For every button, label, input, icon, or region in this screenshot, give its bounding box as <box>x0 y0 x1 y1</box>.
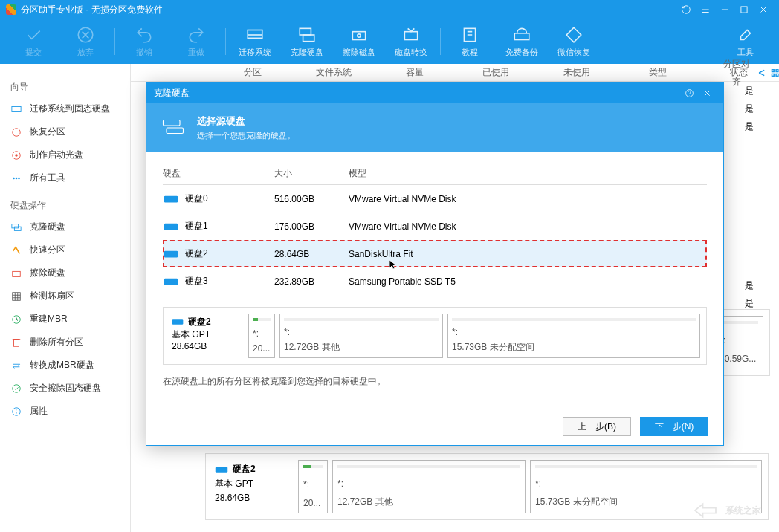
maximize-icon[interactable] <box>734 0 754 19</box>
sidebar-item-recover-partition[interactable]: 恢复分区 <box>0 120 130 143</box>
svg-rect-2 <box>248 30 262 39</box>
close-icon[interactable] <box>754 0 773 19</box>
sidebar-group-wizard: 向导 <box>0 77 130 97</box>
commit-button[interactable]: 提交 <box>7 21 59 62</box>
svg-rect-22 <box>14 339 19 346</box>
dialog-titlebar: 克隆硬盘 <box>146 82 723 103</box>
next-button[interactable]: 下一步(N) <box>640 417 708 436</box>
dialog-title: 克隆硬盘 <box>154 87 680 100</box>
clone-disk-dialog: 克隆硬盘 选择源硬盘 选择一个您想克隆的硬盘。 硬盘大小模型 硬盘0 516.0… <box>146 82 724 446</box>
table-header: 硬盘大小模型 <box>163 163 707 185</box>
sidebar-item-bad-sector[interactable]: 检测坏扇区 <box>0 285 130 308</box>
sidebar: 向导 迁移系统到固态硬盘 恢复分区 制作启动光盘 所有工具 硬盘操作 克隆硬盘 … <box>0 64 131 532</box>
tutorial-button[interactable]: 教程 <box>444 21 496 62</box>
cursor-icon <box>388 259 400 273</box>
backup-button[interactable]: 免费备份 <box>496 21 548 62</box>
svg-rect-27 <box>772 74 774 76</box>
discard-button[interactable]: 放弃 <box>59 21 111 62</box>
svg-rect-35 <box>164 250 178 257</box>
svg-rect-37 <box>172 319 184 325</box>
svg-rect-28 <box>776 74 778 76</box>
table-row[interactable]: 硬盘0 516.00GBVMware Virtual NVMe Disk <box>163 185 707 213</box>
svg-rect-9 <box>514 33 529 40</box>
svg-rect-0 <box>741 7 747 13</box>
wipe-disk-button[interactable]: 擦除磁盘 <box>333 21 385 62</box>
align-value: 是 <box>720 117 779 135</box>
refresh-icon[interactable] <box>676 0 696 19</box>
sidebar-item-rebuild-mbr[interactable]: 重建MBR <box>0 308 130 331</box>
svg-rect-3 <box>300 28 311 35</box>
svg-rect-4 <box>303 35 314 42</box>
app-title: 分区助手专业版 - 无损分区免费软件 <box>21 4 676 16</box>
disk-layout[interactable]: 硬盘2 基本 GPT28.64GB *:20... *:12.72GB 其他 *… <box>205 453 769 520</box>
svg-rect-18 <box>14 227 21 230</box>
disk-info: 硬盘2 基本 GPT28.64GB <box>212 460 294 513</box>
dialog-header: 选择源硬盘 选择一个您想克隆的硬盘。 <box>146 103 723 152</box>
svg-rect-10 <box>12 106 21 111</box>
svg-point-16 <box>18 177 20 179</box>
help-icon[interactable] <box>680 84 698 102</box>
app-logo-icon <box>6 4 16 15</box>
svg-rect-7 <box>404 32 417 40</box>
svg-point-14 <box>13 177 15 179</box>
migrate-os-button[interactable]: 迁移系统 <box>229 21 281 62</box>
clone-disk-button[interactable]: 克隆硬盘 <box>281 21 333 62</box>
sidebar-item-convert-mbr[interactable]: 转换成MBR硬盘 <box>0 354 130 377</box>
table-row-selected[interactable]: 硬盘2 28.64GBSanDiskUltra Fit <box>163 240 707 267</box>
svg-rect-25 <box>772 69 774 71</box>
svg-point-23 <box>13 384 21 392</box>
redo-button[interactable]: 重做 <box>170 21 222 62</box>
menu-icon[interactable] <box>696 0 715 19</box>
wechat-recover-button[interactable]: 微信恢复 <box>548 21 600 62</box>
svg-rect-34 <box>164 223 178 230</box>
svg-rect-29 <box>216 467 228 473</box>
svg-rect-31 <box>164 120 181 126</box>
column-headers: 分区文件系统容量 已使用未使用类型状态 <box>131 64 779 82</box>
undo-button[interactable]: 撤销 <box>118 21 170 62</box>
disk-stack-icon <box>160 114 187 141</box>
toolbar: 提交 放弃 撤销 重做 迁移系统 克隆硬盘 擦除磁盘 磁盘转换 教程 免费备份 … <box>0 19 779 64</box>
svg-point-15 <box>16 177 18 179</box>
align-header[interactable]: 分区对齐 <box>720 64 779 82</box>
svg-rect-20 <box>13 292 21 300</box>
sidebar-item-clone-disk[interactable]: 克隆硬盘 <box>0 215 130 239</box>
table-row[interactable]: 硬盘1 176.00GBVMware Virtual NVMe Disk <box>163 213 707 240</box>
sidebar-group-disk-ops: 硬盘操作 <box>0 195 130 215</box>
table-row[interactable]: 硬盘3 232.89GBSamsung Portable SSD T5 <box>163 267 707 295</box>
svg-point-11 <box>13 128 21 136</box>
minimize-icon[interactable] <box>715 0 734 19</box>
align-value: 是 <box>720 276 779 294</box>
sidebar-item-all-tools[interactable]: 所有工具 <box>0 166 130 189</box>
svg-rect-5 <box>352 32 365 40</box>
disk-preview: 硬盘2 基本 GPT28.64GB *:20... *:12.72GB 其他 *… <box>163 307 707 365</box>
prev-button[interactable]: 上一步(B) <box>563 417 631 436</box>
align-value: 是 <box>720 100 779 117</box>
dialog-close-icon[interactable] <box>698 84 716 102</box>
svg-point-6 <box>358 34 361 37</box>
svg-rect-19 <box>13 271 21 276</box>
titlebar: 分区助手专业版 - 无损分区免费软件 <box>0 0 779 19</box>
sidebar-item-properties[interactable]: 属性 <box>0 400 130 423</box>
dialog-step-title: 选择源硬盘 <box>197 114 295 128</box>
watermark: 系统之家 <box>690 495 761 526</box>
disk-table: 硬盘大小模型 硬盘0 516.00GBVMware Virtual NVMe D… <box>163 163 707 295</box>
svg-point-13 <box>15 154 18 157</box>
sidebar-item-delete-all[interactable]: 删除所有分区 <box>0 331 130 354</box>
svg-rect-17 <box>12 224 19 227</box>
sidebar-item-boot-disc[interactable]: 制作启动光盘 <box>0 143 130 166</box>
svg-rect-36 <box>164 278 178 285</box>
sidebar-item-wipe-disk[interactable]: 擦除硬盘 <box>0 262 130 285</box>
sidebar-item-quick-partition[interactable]: 快速分区 <box>0 239 130 262</box>
dialog-note: 在源硬盘上的所有分区将被克隆到您选择的目标硬盘中。 <box>163 375 707 388</box>
sidebar-item-secure-erase-ssd[interactable]: 安全擦除固态硬盘 <box>0 377 130 400</box>
svg-rect-33 <box>164 195 178 202</box>
convert-disk-button[interactable]: 磁盘转换 <box>385 21 437 62</box>
sidebar-item-migrate-ssd[interactable]: 迁移系统到固态硬盘 <box>0 97 130 120</box>
dialog-step-subtitle: 选择一个您想克隆的硬盘。 <box>197 130 295 141</box>
svg-rect-32 <box>167 128 184 134</box>
dialog-footer: 上一步(B) 下一步(N) <box>563 417 708 436</box>
align-column: 分区对齐 是 是 是 是 是 <box>720 64 779 312</box>
svg-rect-26 <box>776 69 778 71</box>
